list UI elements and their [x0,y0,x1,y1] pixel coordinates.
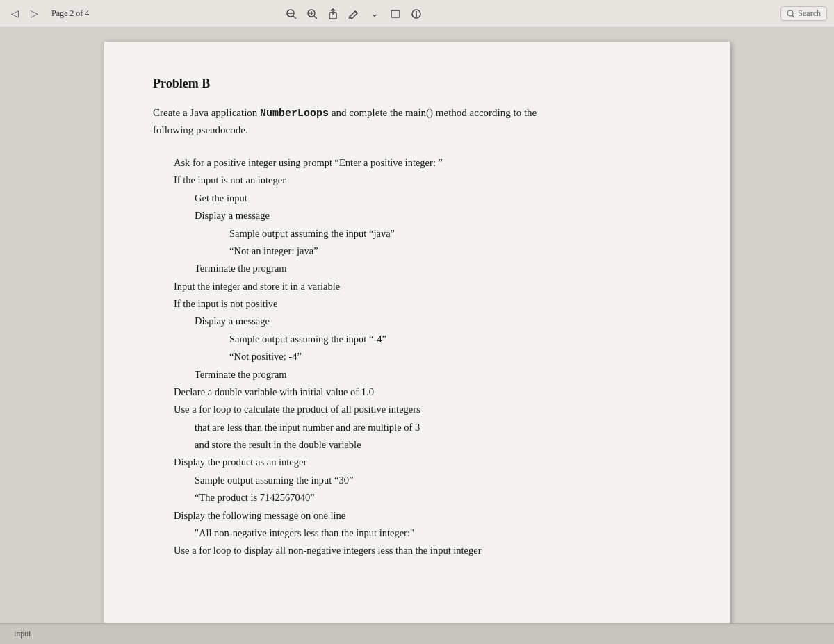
class-name: NumberLoops [260,108,329,119]
pseudocode-block: Ask for a positive integer using prompt … [153,154,681,560]
edit-icon[interactable] [346,6,361,22]
info-icon[interactable] [409,6,424,22]
pseudo-line-4: Sample output assuming the input “java” [229,225,681,242]
nav-forward-icon[interactable]: ▷ [26,6,42,22]
intro-line3: following pseudocode. [153,124,248,135]
pseudo-line-16: and store the result in the double varia… [195,436,681,454]
search-box[interactable]: Search [780,6,827,21]
pseudo-line-5: “Not an integer: java” [229,242,681,260]
problem-title: Problem B [153,76,681,91]
svg-line-8 [355,11,357,13]
pseudo-line-14: Use a for loop to calculate the product … [174,401,681,418]
pseudo-line-6: Terminate the program [195,260,681,277]
status-bar: input [0,623,834,644]
zoom-out-icon[interactable] [284,6,299,22]
pseudo-line-1: If the input is not an integer [174,172,681,189]
pseudo-line-15: that are less than the input number and … [195,419,681,436]
pseudo-line-18: Sample output assuming the input “30” [195,472,681,489]
svg-line-4 [314,16,317,19]
pseudo-line-9: Display a message [195,313,681,330]
svg-line-15 [792,15,794,17]
pseudo-line-22: Use a for loop to display all non-negati… [174,542,681,559]
intro-text: Create a Java application NumberLoops an… [153,105,681,138]
toolbar-center: ⌄ [284,6,424,22]
nav-back-icon[interactable]: ◁ [7,6,22,22]
svg-line-9 [349,17,350,19]
pseudo-line-20: Display the following message on one lin… [174,507,681,525]
pseudo-line-8: If the input is not positive [174,295,681,313]
pseudo-line-12: Terminate the program [195,366,681,383]
svg-point-14 [787,10,793,16]
svg-rect-10 [391,10,400,17]
content-area: Problem B Create a Java application Numb… [0,28,834,644]
document-page: Problem B Create a Java application Numb… [104,42,730,639]
chevron-down-icon[interactable]: ⌄ [367,6,382,22]
search-label: Search [798,8,821,19]
pseudo-line-7: Input the integer and store it in a vari… [174,278,681,295]
pseudo-line-13: Declare a double variable with initial v… [174,383,681,401]
zoom-in-icon[interactable] [304,6,320,22]
intro-line1: Create a Java application [153,107,257,118]
pseudo-line-19: “The product is 7142567040” [195,489,681,506]
intro-line2: and complete the main() method according… [332,107,537,118]
pseudo-line-0: Ask for a positive integer using prompt … [174,154,681,172]
window-icon[interactable] [388,6,403,22]
share-icon[interactable] [325,6,341,22]
pseudo-line-3: Display a message [195,207,681,224]
svg-line-1 [293,16,296,19]
pseudo-line-11: “Not positive: -4” [229,348,681,365]
toolbar-right: Search [780,6,827,21]
toolbar-left: ◁ ▷ Page 2 of 4 [7,6,89,22]
pseudo-line-17: Display the product as an integer [174,454,681,471]
pseudo-line-10: Sample output assuming the input “-4” [229,331,681,348]
toolbar: ◁ ▷ Page 2 of 4 [0,0,834,28]
svg-point-13 [416,11,417,13]
pseudo-line-21: "All non-negative integers less than the… [195,525,681,542]
status-text: input [14,629,31,639]
pseudo-line-2: Get the input [195,190,681,207]
page-indicator: Page 2 of 4 [51,8,89,19]
